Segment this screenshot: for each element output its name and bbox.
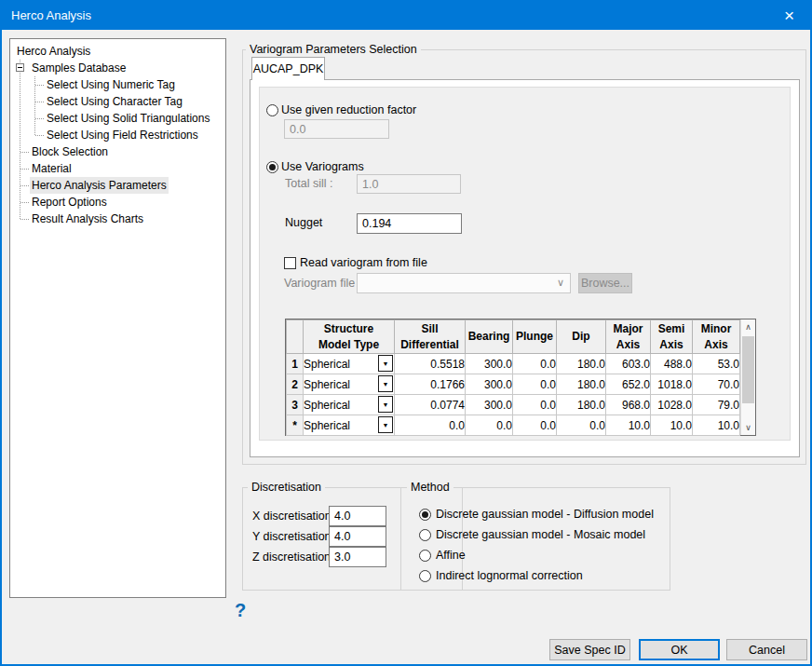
method-diffusion-radio[interactable] bbox=[419, 509, 431, 521]
scroll-down-icon[interactable]: ∨ bbox=[741, 420, 755, 435]
col-header-rownum bbox=[287, 320, 304, 354]
col-header-sill-differential: Sill Differential bbox=[395, 320, 466, 354]
tree-item-material[interactable]: Material bbox=[10, 160, 225, 177]
structure-model-value: Spherical bbox=[304, 399, 350, 412]
dropdown-button[interactable]: ▼ bbox=[378, 355, 393, 372]
cell-sill-differential[interactable]: 0.1766 bbox=[395, 374, 466, 395]
cell-dip[interactable]: 180.0 bbox=[557, 354, 606, 374]
reduction-factor-input[interactable] bbox=[284, 119, 389, 139]
cell-plunge[interactable]: 0.0 bbox=[513, 354, 557, 374]
chevron-down-icon: ▼ bbox=[383, 360, 389, 367]
dropdown-button[interactable]: ▼ bbox=[378, 416, 393, 433]
browse-button[interactable]: Browse... bbox=[578, 273, 632, 293]
nugget-label: Nugget bbox=[285, 215, 322, 230]
table-row: * Spherical ▼ 0.0 0.0 0.0 0.0 10.0 10.0 … bbox=[287, 415, 740, 436]
structure-model-cell[interactable]: Spherical ▼ bbox=[304, 415, 395, 436]
read-variogram-label: Read variogram from file bbox=[300, 255, 427, 270]
browse-button-label: Browse... bbox=[581, 277, 629, 290]
cell-minor-axis[interactable]: 10.0 bbox=[693, 415, 740, 436]
structure-model-value: Spherical bbox=[304, 378, 350, 391]
cell-dip[interactable]: 0.0 bbox=[557, 415, 606, 436]
use-variograms-label: Use Variograms bbox=[281, 159, 364, 174]
cell-sill-differential[interactable]: 0.0774 bbox=[395, 395, 466, 415]
cancel-label: Cancel bbox=[749, 644, 785, 657]
table-scrollbar[interactable]: ∧ ∨ bbox=[740, 319, 755, 435]
cell-bearing[interactable]: 300.0 bbox=[466, 354, 513, 374]
total-sill-input[interactable] bbox=[357, 174, 461, 194]
total-sill-label: Total sill : bbox=[285, 176, 332, 191]
structure-model-cell[interactable]: Spherical ▼ bbox=[304, 354, 395, 374]
y-discretisation-input[interactable] bbox=[329, 526, 386, 547]
tree-item-block-selection[interactable]: Block Selection bbox=[10, 143, 225, 160]
row-header[interactable]: 1 bbox=[287, 354, 304, 374]
method-indirect-lognormal-radio[interactable] bbox=[419, 570, 431, 582]
row-header[interactable]: * bbox=[287, 415, 304, 436]
x-discretisation-input[interactable] bbox=[329, 506, 386, 526]
scroll-up-icon[interactable]: ∧ bbox=[741, 319, 755, 334]
cell-bearing[interactable]: 0.0 bbox=[466, 415, 513, 436]
variogram-group-label: Variogram Parameters Selection bbox=[246, 43, 421, 57]
method-mosaic-radio[interactable] bbox=[419, 529, 431, 541]
cell-bearing[interactable]: 300.0 bbox=[466, 395, 513, 415]
cell-dip[interactable]: 180.0 bbox=[557, 395, 606, 415]
tree-collapse-icon[interactable] bbox=[16, 63, 24, 72]
tree-item-samples-database[interactable]: Samples Database bbox=[10, 60, 225, 76]
close-button[interactable]: × bbox=[768, 1, 810, 30]
row-header[interactable]: 2 bbox=[287, 374, 304, 395]
dropdown-button[interactable]: ▼ bbox=[378, 396, 393, 413]
cell-major-axis[interactable]: 10.0 bbox=[606, 415, 651, 436]
navigation-tree[interactable]: Herco Analysis Samples Database Select U… bbox=[9, 38, 226, 598]
cell-major-axis[interactable]: 652.0 bbox=[606, 374, 651, 395]
z-discretisation-input[interactable] bbox=[329, 547, 386, 567]
variogram-structures-table: Structure Model Type Sill Differential B… bbox=[285, 319, 756, 436]
nugget-input[interactable] bbox=[357, 213, 462, 234]
title-bar[interactable]: Herco Analysis × bbox=[2, 1, 810, 30]
method-indirect-lognormal-label: Indirect lognormal correction bbox=[436, 568, 583, 583]
close-icon: × bbox=[784, 6, 794, 26]
variogram-inset-panel: Use given reduction factor Use Variogram… bbox=[259, 87, 791, 441]
cell-semi-axis[interactable]: 10.0 bbox=[651, 415, 693, 436]
tree-item-result-analysis-charts[interactable]: Result Analysis Charts bbox=[10, 211, 225, 227]
cell-semi-axis[interactable]: 1018.0 bbox=[651, 374, 693, 395]
ok-button[interactable]: OK bbox=[639, 639, 720, 660]
cell-plunge[interactable]: 0.0 bbox=[513, 395, 557, 415]
cell-minor-axis[interactable]: 70.0 bbox=[693, 374, 740, 395]
cell-plunge[interactable]: 0.0 bbox=[513, 415, 557, 436]
dropdown-button[interactable]: ▼ bbox=[378, 375, 393, 392]
structure-model-cell[interactable]: Spherical ▼ bbox=[304, 374, 395, 395]
cell-semi-axis[interactable]: 488.0 bbox=[651, 354, 693, 374]
cell-minor-axis[interactable]: 79.0 bbox=[693, 395, 740, 415]
tab-aucap-dpk[interactable]: AUCAP_DPK bbox=[251, 57, 325, 80]
cell-major-axis[interactable]: 603.0 bbox=[606, 354, 651, 374]
cell-sill-differential[interactable]: 0.0 bbox=[395, 415, 466, 436]
tree-item-herco-analysis[interactable]: Herco Analysis bbox=[10, 43, 225, 60]
cell-plunge[interactable]: 0.0 bbox=[513, 374, 557, 395]
tree-guide-line bbox=[20, 169, 29, 170]
structure-model-cell[interactable]: Spherical ▼ bbox=[304, 395, 395, 415]
col-header-dip: Dip bbox=[557, 320, 606, 354]
cell-dip[interactable]: 180.0 bbox=[557, 374, 606, 395]
cell-major-axis[interactable]: 968.0 bbox=[606, 395, 651, 415]
tree-item-report-options[interactable]: Report Options bbox=[10, 194, 225, 211]
method-affine-label: Affine bbox=[436, 548, 466, 563]
x-discretisation-label: X discretisation bbox=[252, 509, 332, 523]
variogram-file-combobox[interactable]: ∨ bbox=[357, 273, 571, 293]
chevron-down-icon: ▼ bbox=[383, 401, 389, 408]
tab-label: AUCAP_DPK bbox=[253, 62, 324, 75]
cancel-button[interactable]: Cancel bbox=[726, 639, 807, 660]
row-header[interactable]: 3 bbox=[287, 395, 304, 415]
scrollbar-thumb[interactable] bbox=[742, 336, 754, 403]
help-button[interactable]: ? bbox=[235, 600, 246, 621]
read-variogram-checkbox[interactable] bbox=[284, 257, 296, 269]
tree-item-herco-analysis-parameters[interactable]: Herco Analysis Parameters bbox=[10, 177, 225, 194]
use-variograms-radio[interactable] bbox=[266, 161, 278, 173]
tree-guide-line bbox=[35, 118, 44, 119]
cell-sill-differential[interactable]: 0.5518 bbox=[395, 354, 466, 374]
save-spec-id-button[interactable]: Save Spec ID bbox=[549, 639, 630, 660]
use-reduction-factor-radio[interactable] bbox=[266, 104, 278, 116]
cell-bearing[interactable]: 300.0 bbox=[466, 374, 513, 395]
cell-minor-axis[interactable]: 53.0 bbox=[693, 354, 740, 374]
method-affine-radio[interactable] bbox=[419, 550, 431, 562]
cell-semi-axis[interactable]: 1028.0 bbox=[651, 395, 693, 415]
table-row: 1 Spherical ▼ 0.5518 300.0 0.0 180.0 603… bbox=[287, 354, 740, 374]
